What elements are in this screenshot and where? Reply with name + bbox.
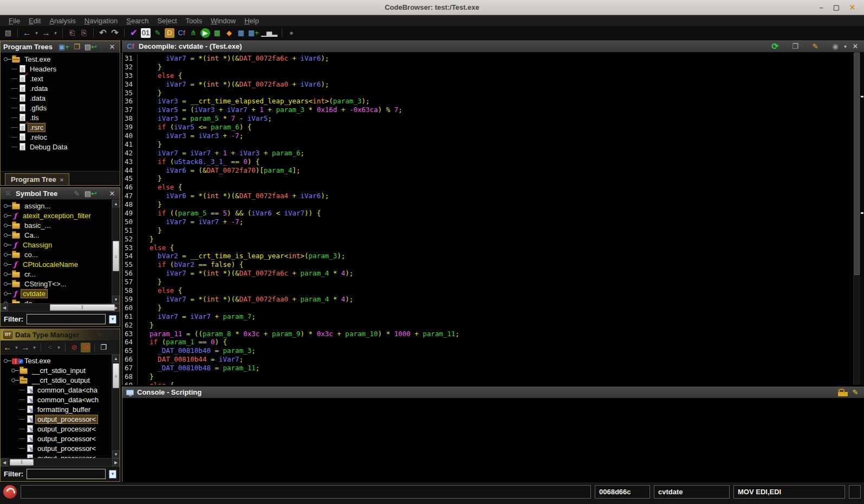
scrollbar-thumb[interactable]: ≡ [113,363,119,388]
tree-item-atexit-exception-filter[interactable]: ƒatexit_exception_filter [1,211,112,220]
new-tree-icon[interactable]: ▣+ [59,42,69,52]
snapshot-icon[interactable]: ◉ [830,42,840,51]
expand-toggle-icon[interactable] [4,253,8,257]
filter-options-icon[interactable] [109,315,116,324]
reload-tree-icon[interactable]: ▤↩ [85,189,97,199]
close-icon[interactable]: ✕ [107,42,117,52]
expand-toggle-icon[interactable] [4,204,8,208]
expand-toggle-icon[interactable] [4,233,8,237]
tree-item-test-exe[interactable]: Test.exe [1,356,112,365]
code-line-48[interactable]: 48 } [122,200,853,209]
code-line-61[interactable]: 61 iVar7 = iVar7 + param_7; [122,312,853,321]
code-line-51[interactable]: 51 } [122,226,853,235]
close-icon[interactable]: ✕ [107,330,117,340]
undo-icon[interactable]: ↶ [98,28,108,38]
code-line-33[interactable]: 33 else { [122,71,853,80]
dtm-horizontal-scrollbar[interactable]: ◀ ‖ ▶ [1,458,120,466]
tab-close-icon[interactable]: × [60,176,63,183]
scroll-left-icon[interactable]: ◀ [1,304,8,311]
overview-margin[interactable] [860,53,864,385]
maximize-button[interactable]: ▢ [833,3,840,11]
code-line-63[interactable]: 63 param_11 = ((param_8 * 0x3c + param_9… [122,330,853,338]
code-line-57[interactable]: 57 } [122,278,853,286]
redo-icon[interactable]: ↷ [110,28,120,38]
code-line-52[interactable]: 52 } [122,235,853,244]
code-line-37[interactable]: 37 iVar5 = (iVar3 + iVar7 + 1 + param_3 … [122,106,853,114]
tree-item-output-processor[interactable]: output_processor< [1,443,112,453]
tree-item-output-processor[interactable]: output_processor< [1,414,112,424]
code-line-42[interactable]: 42 iVar7 = iVar7 + 1 + iVar3 + param_6; [122,149,853,158]
expand-toggle-icon[interactable] [11,369,15,372]
code-line-45[interactable]: 45 } [122,174,853,183]
function-graph-icon[interactable]: ⋔ [189,28,198,38]
menu-analysis[interactable]: Analysis [45,16,80,25]
tree-item-test-exe[interactable]: Test.exe [1,54,120,64]
scrollbar-track[interactable]: ‖ [8,459,112,466]
code-line-67[interactable]: 67 _DAT_00810b48 = param_11; [122,364,853,372]
overview-mark[interactable] [861,212,863,214]
code-line-44[interactable]: 44 iVar6 = (&DAT_0072fa70)[param_4]; [122,166,853,175]
panel-menu-icon[interactable]: ▾ [95,330,105,340]
code-line-43[interactable]: 43 if (uStack8._3_1_ == 0) { [122,158,853,166]
filter-pointers-off-icon[interactable]: ⊘ [81,343,90,352]
diamond-icon[interactable]: ◆ [224,28,234,38]
tree-item-output-processor[interactable]: output_processor< [1,453,112,458]
preview-window-icon[interactable]: ❐ [99,343,108,352]
menu-file[interactable]: File [4,16,24,25]
expand-toggle-icon[interactable] [4,263,8,266]
tree-item-output-processor[interactable]: output_processor< [1,424,112,434]
menu-tools[interactable]: Tools [181,16,206,25]
overview-mark[interactable] [861,96,863,97]
edit-icon[interactable]: ✎ [810,42,820,51]
menu-select[interactable]: Select [153,16,181,25]
code-line-66[interactable]: 66 DAT_00810b44 = iVar7; [122,355,853,364]
expand-toggle-icon[interactable] [4,272,8,276]
dtm-filter-input[interactable] [27,469,106,479]
scroll-down-icon[interactable]: ▼ [112,450,120,458]
tree-item-de[interactable]: de... [1,298,112,303]
program-tree-tab[interactable]: Program Tree × [5,173,69,185]
scrollbar-track[interactable]: ≡ [112,362,120,450]
symbol-tree-vertical-scrollbar[interactable]: ▲ ≡ ▼ [112,200,120,303]
symbol-tree-horizontal-scrollbar[interactable]: ◀ ‖ ▶ [1,303,120,311]
scroll-left-icon[interactable]: ◀ [1,459,8,466]
close-icon[interactable]: ✕ [107,189,117,199]
code-line-46[interactable]: 46 else { [122,183,853,192]
menu-search[interactable]: Search [122,16,153,25]
tree-item-rdata[interactable]: .rdata [1,83,120,93]
code-line-49[interactable]: 49 if ((param_5 == 5) && (iVar6 < iVar7)… [122,209,853,218]
tree-item-debug-data[interactable]: Debug Data [1,142,120,152]
tree-item-text[interactable]: ✓.text [1,74,120,83]
code-line-36[interactable]: 36 iVar3 = __crt_time_elapsed_leap_years… [122,97,853,106]
scroll-up-icon[interactable]: ▲ [112,200,120,207]
code-line-32[interactable]: 32 } [122,63,853,71]
close-icon[interactable]: ✕ [850,42,860,51]
code-line-40[interactable]: 40 iVar3 = iVar3 + -7; [122,132,853,140]
code-line-62[interactable]: 62 } [122,321,853,330]
tree-item-common-data-cha[interactable]: common_data<cha [1,385,112,395]
tree-item-tls[interactable]: .tls [1,113,120,122]
code-line-38[interactable]: 38 iVar3 = param_5 * 7 - iVar5; [122,114,853,123]
open-folder-icon[interactable]: ❐ [72,42,82,52]
edit-icon[interactable]: ✎ [850,388,860,397]
code-line-39[interactable]: 39 if (iVar5 <= param_6) { [122,123,853,132]
tree-item-co[interactable]: co... [1,250,112,259]
scroll-right-icon[interactable]: ▶ [112,459,120,466]
decompile-vertical-scrollbar[interactable] [853,53,860,385]
tree-item-crt-stdio-input[interactable]: __crt_stdio_input [1,365,112,375]
scrollbar-track[interactable]: ‖ [8,304,112,311]
code-line-41[interactable]: 41 } [122,140,853,149]
expand-toggle-icon[interactable] [4,57,8,61]
notepad-icon[interactable]: ✎ [153,28,163,38]
close-button[interactable]: ✕ [849,3,855,11]
next-arrow-icon[interactable]: → [21,343,30,352]
run-icon[interactable]: ▶ [200,28,210,38]
hierarchy-icon[interactable]: ⁖ [45,343,55,352]
memory-in-icon[interactable]: ⎘ [79,28,89,38]
code-line-68[interactable]: 68 } [122,372,853,381]
back-icon[interactable]: ← [22,28,32,38]
scroll-down-icon[interactable]: ▼ [112,296,120,303]
code-line-60[interactable]: 60 } [122,304,853,312]
code-line-58[interactable]: 58 else { [122,286,853,295]
next-dropdown-icon[interactable]: ▾ [32,343,37,352]
